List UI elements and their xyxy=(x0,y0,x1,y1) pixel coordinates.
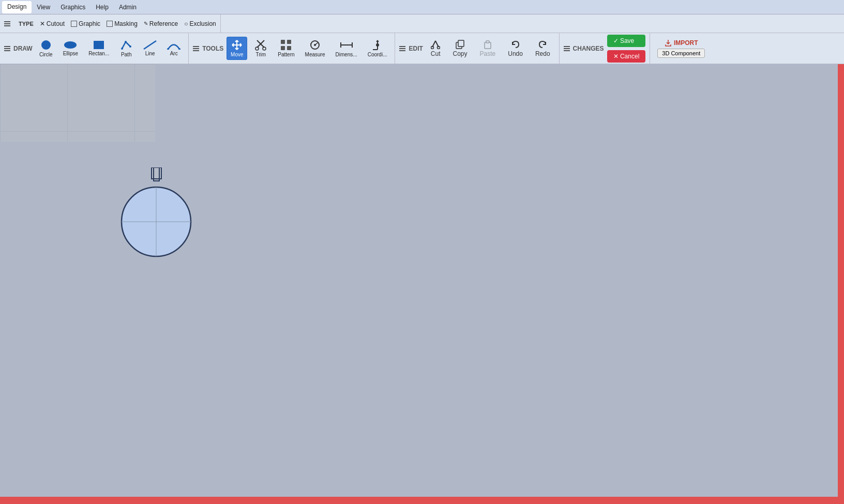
cutout-label: Cutout xyxy=(47,20,65,27)
type-cutout[interactable]: ✕ Cutout xyxy=(40,20,65,27)
edit-paste[interactable]: Paste xyxy=(475,38,501,59)
changes-section: CHANGES ✓ Save ✕ Cancel xyxy=(560,33,651,64)
tool-dimensions[interactable]: Dimens... xyxy=(331,37,360,60)
rectangle-label: Rectan... xyxy=(88,51,109,56)
move-label: Move xyxy=(231,52,243,57)
measure-icon xyxy=(309,39,321,51)
menu-admin[interactable]: Admin xyxy=(114,2,142,13)
line-label: Line xyxy=(145,51,155,56)
import-section: IMPORT 3D Component xyxy=(650,33,712,64)
svg-rect-34 xyxy=(152,167,161,179)
draw-path[interactable]: Path xyxy=(116,37,137,60)
changes-menu-icon[interactable] xyxy=(564,46,570,51)
svg-point-23 xyxy=(376,43,379,47)
type-label: TYPE xyxy=(19,21,34,27)
svg-point-4 xyxy=(125,41,127,43)
menu-view[interactable]: View xyxy=(32,2,55,13)
svg-point-27 xyxy=(438,46,440,49)
svg-rect-14 xyxy=(287,40,291,44)
svg-line-19 xyxy=(315,42,318,45)
tool-move[interactable]: Move xyxy=(227,37,247,60)
edit-undo[interactable]: Undo xyxy=(503,38,528,59)
menu-design[interactable]: Design xyxy=(2,1,32,13)
svg-rect-15 xyxy=(281,46,285,50)
type-reference[interactable]: ✎ Reference xyxy=(144,20,178,27)
type-toolbar: TYPE ✕ Cutout Graphic Masking ✎ Referenc… xyxy=(0,14,844,33)
edit-cut[interactable]: Cut xyxy=(426,38,445,59)
type-exclusion[interactable]: ○ Exclusion xyxy=(184,20,216,27)
circle-shape[interactable] xyxy=(119,167,194,258)
copy-label: Copy xyxy=(453,50,468,57)
save-button[interactable]: ✓ Save xyxy=(607,35,646,47)
dimensions-label: Dimens... xyxy=(335,52,357,57)
svg-point-5 xyxy=(129,45,131,48)
tool-pattern[interactable]: Pattern xyxy=(274,37,298,60)
reference-icon: ✎ xyxy=(144,21,148,26)
line-icon xyxy=(143,40,157,50)
cut-label: Cut xyxy=(431,50,441,57)
trim-label: Trim xyxy=(255,52,266,57)
svg-line-6 xyxy=(144,41,156,49)
pattern-icon xyxy=(280,39,292,51)
type-menu-icon[interactable] xyxy=(4,21,10,26)
graphic-icon xyxy=(71,21,77,27)
changes-label: CHANGES xyxy=(564,45,604,52)
redo-icon xyxy=(538,40,547,49)
type-section: TYPE ✕ Cutout Graphic Masking ✎ Referenc… xyxy=(0,14,221,33)
svg-point-26 xyxy=(431,46,434,49)
shape-container xyxy=(119,167,194,259)
redo-label: Redo xyxy=(535,50,550,57)
draw-circle[interactable]: Circle xyxy=(36,37,56,60)
3d-component-button[interactable]: 3D Component xyxy=(657,49,705,58)
menu-bar: Design View Graphics Help Admin xyxy=(0,0,844,14)
draw-label: DRAW xyxy=(4,45,33,52)
import-label: IMPORT xyxy=(674,39,698,47)
draw-menu-icon[interactable] xyxy=(4,46,10,51)
edit-redo[interactable]: Redo xyxy=(531,38,555,59)
edit-label: EDIT xyxy=(399,45,423,52)
arc-icon xyxy=(167,40,180,50)
paste-icon xyxy=(483,40,492,49)
trim-icon xyxy=(255,39,266,51)
ellipse-label: Ellipse xyxy=(63,51,78,56)
tools-menu-icon[interactable] xyxy=(193,46,199,51)
copy-icon xyxy=(456,40,465,49)
edit-copy[interactable]: Copy xyxy=(448,38,472,59)
exclusion-label: Exclusion xyxy=(189,20,216,27)
menu-graphics[interactable]: Graphics xyxy=(55,2,91,13)
menu-help[interactable]: Help xyxy=(91,2,114,13)
cut-icon xyxy=(431,40,440,49)
measure-label: Measure xyxy=(305,52,325,57)
masking-icon xyxy=(107,21,113,27)
draw-section: DRAW Circle Ellipse Rectan... xyxy=(0,33,189,64)
draw-line[interactable]: Line xyxy=(140,38,160,59)
main-area xyxy=(0,64,844,504)
rectangle-icon xyxy=(93,40,104,50)
grid-canvas xyxy=(0,64,155,142)
svg-rect-33 xyxy=(0,64,155,142)
move-icon xyxy=(231,39,243,51)
exclusion-icon: ○ xyxy=(184,20,188,27)
type-masking[interactable]: Masking xyxy=(107,20,138,27)
reference-label: Reference xyxy=(149,20,178,27)
svg-rect-13 xyxy=(281,40,285,44)
tool-trim[interactable]: Trim xyxy=(250,37,271,60)
dimensions-icon xyxy=(340,39,353,51)
draw-rectangle[interactable]: Rectan... xyxy=(85,38,113,59)
cancel-button[interactable]: ✕ Cancel xyxy=(607,50,646,63)
svg-rect-2 xyxy=(94,41,104,49)
svg-point-0 xyxy=(41,40,51,50)
cutout-icon: ✕ xyxy=(40,20,45,27)
import-icon xyxy=(665,39,672,47)
draw-ellipse[interactable]: Ellipse xyxy=(59,38,82,59)
circle-label: Circle xyxy=(39,52,53,57)
circle-icon xyxy=(40,39,52,51)
import-button[interactable]: IMPORT xyxy=(665,39,698,47)
tool-coordinates[interactable]: Coordi... xyxy=(364,37,391,60)
tool-measure[interactable]: Measure xyxy=(302,37,329,60)
svg-rect-16 xyxy=(287,46,291,50)
edit-menu-icon[interactable] xyxy=(399,46,405,51)
type-graphic[interactable]: Graphic xyxy=(71,20,100,27)
draw-arc[interactable]: Arc xyxy=(163,38,184,59)
path-icon xyxy=(120,39,132,51)
